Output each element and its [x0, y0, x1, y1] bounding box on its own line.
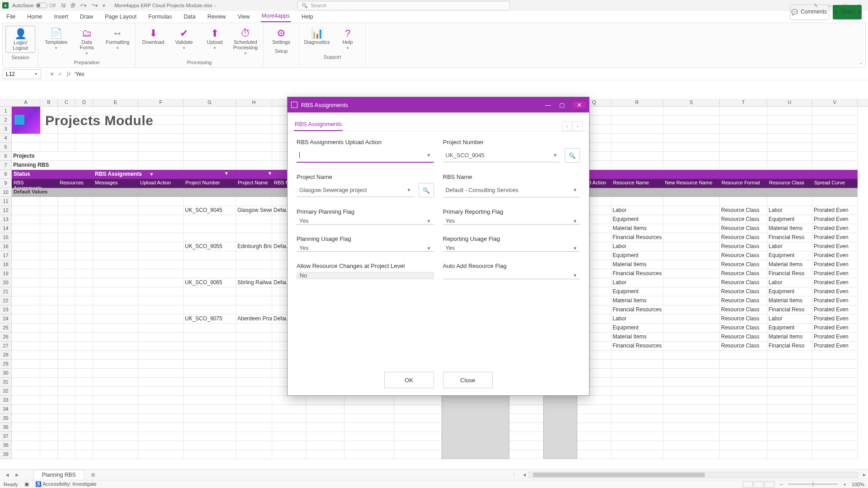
cell[interactable] — [93, 224, 138, 233]
tab-review[interactable]: Review — [207, 12, 227, 22]
cell[interactable] — [663, 296, 720, 305]
project-number-select[interactable]: UK_SCO_9045 ▼ — [443, 149, 561, 162]
column-header[interactable]: E — [93, 99, 138, 106]
cell[interactable] — [58, 432, 75, 441]
cell[interactable] — [12, 143, 40, 152]
diagnostics-button[interactable]: 📊Diagnostics — [302, 26, 332, 52]
row-header[interactable]: 39 — [0, 450, 12, 459]
cell[interactable] — [138, 351, 184, 360]
cell[interactable] — [40, 296, 58, 305]
cell[interactable] — [767, 161, 812, 170]
cell[interactable] — [306, 432, 344, 441]
cell[interactable] — [93, 360, 138, 369]
cell[interactable] — [394, 396, 442, 405]
cell[interactable] — [75, 197, 93, 206]
cell[interactable]: Financial Resources — [611, 342, 663, 351]
row-header[interactable]: 12 — [0, 206, 12, 215]
upload-button[interactable]: ⬆Upload▼ — [200, 26, 230, 58]
cell[interactable] — [663, 260, 720, 269]
cell[interactable] — [236, 351, 272, 360]
cell[interactable] — [75, 224, 93, 233]
cell[interactable] — [577, 405, 611, 414]
hscroll-left-icon[interactable]: ◄ — [521, 472, 528, 477]
ok-button[interactable]: OK — [384, 372, 434, 388]
cell[interactable] — [236, 387, 272, 396]
auto-add-select[interactable]: ▼ — [443, 272, 580, 279]
cell[interactable] — [184, 441, 236, 450]
cell[interactable] — [611, 414, 663, 423]
scheduled-button[interactable]: ⏱ScheduledProcessing▼ — [231, 26, 260, 58]
cell[interactable] — [720, 125, 767, 134]
zoom-slider[interactable] — [788, 483, 838, 485]
cell[interactable] — [184, 423, 236, 432]
cell[interactable] — [236, 305, 272, 314]
cell[interactable] — [812, 441, 858, 450]
cell[interactable] — [306, 450, 344, 459]
cell[interactable]: Material Items — [611, 260, 663, 269]
accept-formula-icon[interactable]: ✓ — [58, 71, 62, 77]
cell[interactable] — [394, 414, 442, 423]
cell[interactable] — [720, 423, 767, 432]
cell[interactable] — [611, 405, 663, 414]
row-header[interactable]: 33 — [0, 396, 12, 405]
project-name-select[interactable]: Glasgow Sewerage project ▼ — [297, 183, 414, 197]
cell[interactable] — [663, 206, 720, 215]
cell[interactable] — [767, 387, 812, 396]
cell[interactable] — [75, 387, 93, 396]
cell[interactable] — [611, 116, 663, 125]
row-header[interactable]: 38 — [0, 441, 12, 450]
cell[interactable] — [236, 432, 272, 441]
cell[interactable] — [40, 351, 58, 360]
cell[interactable] — [272, 405, 306, 414]
cell[interactable] — [75, 369, 93, 378]
cell[interactable] — [58, 269, 75, 278]
cell[interactable] — [577, 450, 611, 459]
cell[interactable] — [58, 387, 75, 396]
cell[interactable] — [12, 260, 40, 269]
planning-usage-select[interactable]: Yes ▼ — [297, 245, 434, 252]
cell[interactable] — [138, 287, 184, 296]
cell[interactable] — [236, 143, 272, 152]
cell[interactable] — [306, 414, 344, 423]
cell[interactable] — [767, 378, 812, 387]
row-header[interactable]: 13 — [0, 215, 12, 224]
cell[interactable] — [184, 378, 236, 387]
cell[interactable] — [75, 333, 93, 342]
cell[interactable] — [767, 396, 812, 405]
cell[interactable]: Resource Class — [720, 215, 767, 224]
cell[interactable]: Equipment — [767, 215, 812, 224]
cell[interactable] — [611, 152, 663, 161]
cell[interactable] — [40, 360, 58, 369]
data-forms-button[interactable]: 🗂DataForms▼ — [72, 26, 102, 58]
cell[interactable] — [236, 342, 272, 351]
tab-rbs-assignments[interactable]: RBS Assignments — [294, 118, 343, 131]
cell[interactable]: Equipment — [767, 251, 812, 260]
cell[interactable] — [272, 441, 306, 450]
row-header[interactable]: 25 — [0, 324, 12, 333]
cell[interactable] — [58, 278, 75, 287]
cell[interactable] — [58, 351, 75, 360]
cell[interactable] — [184, 197, 236, 206]
cell[interactable]: Resource Class — [720, 314, 767, 324]
cell[interactable] — [93, 287, 138, 296]
cell[interactable] — [663, 432, 720, 441]
cell[interactable] — [767, 360, 812, 369]
cell[interactable] — [138, 360, 184, 369]
cell[interactable] — [93, 441, 138, 450]
qat-dropdown-icon[interactable]: ▾ — [103, 3, 105, 9]
cell[interactable]: Financial Resources — [611, 305, 663, 314]
cell[interactable] — [184, 161, 236, 170]
cell[interactable] — [272, 432, 306, 441]
cell[interactable] — [611, 396, 663, 405]
comments-button[interactable]: 💬 Comments — [790, 5, 829, 20]
cell[interactable] — [58, 369, 75, 378]
cell[interactable] — [58, 450, 75, 459]
cell[interactable] — [58, 206, 75, 215]
cell[interactable] — [58, 242, 75, 251]
cell[interactable] — [184, 287, 236, 296]
cell[interactable] — [236, 360, 272, 369]
cell[interactable] — [394, 423, 442, 432]
cell[interactable]: Equipment — [611, 251, 663, 260]
cell[interactable] — [40, 405, 58, 414]
cell[interactable] — [306, 405, 344, 414]
